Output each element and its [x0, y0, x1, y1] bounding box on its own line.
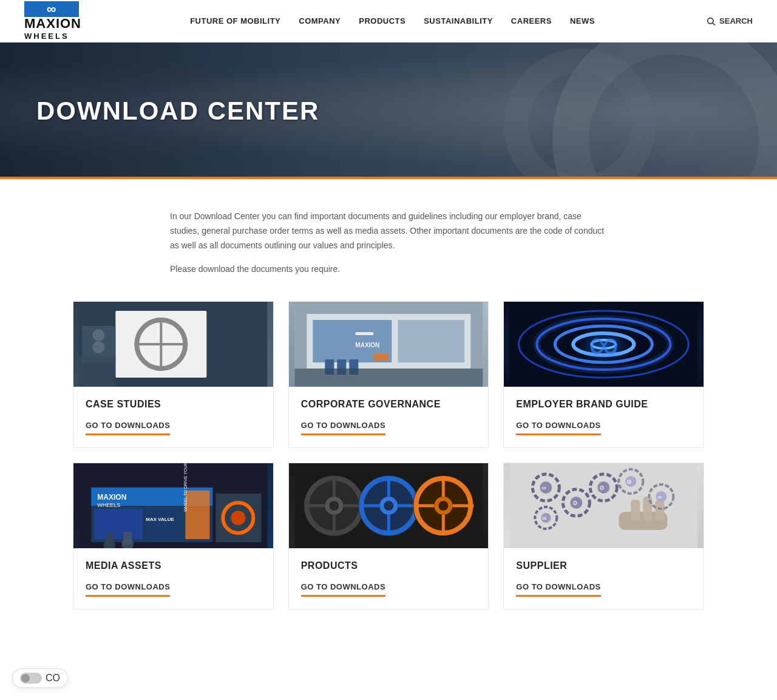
- card-case-studies[interactable]: CASE STUDIES GO TO DOWNLOADS: [73, 301, 274, 448]
- search-label: SEARCH: [719, 16, 753, 25]
- supplier-illustration: ∞ ⚙ ⚙ ✉ ⚙ ∞: [504, 463, 704, 548]
- svg-rect-35: [94, 509, 143, 539]
- svg-rect-15: [398, 320, 464, 362]
- card-image-employer: [504, 302, 704, 387]
- cards-grid: CASE STUDIES GO TO DOWNLOADS MAXI: [73, 301, 704, 610]
- card-title-products: PRODUCTS: [301, 560, 477, 571]
- employer-illustration: [504, 302, 704, 387]
- card-products[interactable]: PRODUCTS GO TO DOWNLOADS: [288, 463, 489, 610]
- svg-line-1: [713, 23, 715, 25]
- card-link-employer[interactable]: GO TO DOWNLOADS: [516, 421, 600, 435]
- card-title-corporate: CORPORATE GOVERNANCE: [301, 399, 477, 410]
- intro-paragraph-1: In our Download Center you can find impo…: [170, 209, 607, 253]
- nav-future-of-mobility[interactable]: FUTURE OF MOBILITY: [190, 14, 280, 28]
- svg-text:⚙: ⚙: [627, 478, 633, 485]
- logo[interactable]: ∞ MAXION WHEELS: [24, 4, 79, 38]
- svg-point-9: [92, 341, 104, 353]
- page-title: DOWNLOAD CENTER: [0, 97, 319, 126]
- svg-rect-22: [373, 353, 388, 361]
- corporate-illustration: MAXION: [289, 302, 489, 387]
- card-title-media: MEDIA ASSETS: [86, 560, 261, 571]
- nav-sustainability[interactable]: SUSTAINABILITY: [424, 14, 493, 28]
- main-nav: FUTURE OF MOBILITY COMPANY PRODUCTS SUST…: [190, 14, 595, 28]
- card-content-case-studies: CASE STUDIES GO TO DOWNLOADS: [73, 387, 273, 447]
- logo-name: MAXION: [24, 17, 81, 30]
- intro-paragraph-2: Please download the documents you requir…: [170, 262, 607, 277]
- card-link-corporate[interactable]: GO TO DOWNLOADS: [301, 421, 385, 435]
- card-content-products: PRODUCTS GO TO DOWNLOADS: [289, 548, 489, 609]
- intro-section: In our Download Center you can find impo…: [158, 209, 619, 277]
- svg-point-51: [329, 501, 339, 511]
- card-corporate-governance[interactable]: MAXION CORPORATE GOVERNANCE GO TO DOWNLO…: [288, 301, 489, 448]
- svg-text:⚙: ⚙: [573, 500, 579, 506]
- card-link-case-studies[interactable]: GO TO DOWNLOADS: [86, 421, 170, 435]
- card-link-media[interactable]: GO TO DOWNLOADS: [86, 582, 170, 597]
- card-content-employer: EMPLOYER BRAND GUIDE GO TO DOWNLOADS: [504, 387, 704, 447]
- card-employer-brand[interactable]: EMPLOYER BRAND GUIDE GO TO DOWNLOADS: [503, 301, 704, 448]
- nav-company[interactable]: COMPANY: [299, 14, 341, 28]
- card-title-supplier: SUPPLIER: [516, 560, 691, 571]
- card-image-supplier: ∞ ⚙ ⚙ ✉ ⚙ ∞: [504, 463, 704, 548]
- svg-text:MAX VALUE: MAX VALUE: [146, 517, 174, 522]
- case-studies-illustration: [73, 302, 273, 387]
- cards-section: CASE STUDIES GO TO DOWNLOADS MAXI: [61, 301, 716, 610]
- infinity-icon: ∞: [47, 1, 57, 17]
- svg-text:∞: ∞: [542, 484, 547, 491]
- card-image-products: [289, 463, 489, 548]
- svg-text:MAXION: MAXION: [355, 342, 379, 348]
- svg-rect-41: [105, 533, 114, 546]
- card-image-media: MAXION WHEELS WHEEL TO DRIVE YOUR BUSINE…: [73, 463, 273, 548]
- svg-rect-37: [185, 491, 209, 539]
- svg-point-59: [384, 501, 393, 511]
- svg-text:⚙: ⚙: [600, 484, 605, 491]
- card-image-case-studies: [73, 302, 273, 387]
- svg-rect-19: [294, 369, 483, 387]
- svg-rect-74: [631, 500, 640, 521]
- card-title-case-studies: CASE STUDIES: [86, 399, 261, 410]
- svg-rect-20: [355, 332, 373, 335]
- svg-rect-36: [146, 509, 182, 539]
- card-link-supplier[interactable]: GO TO DOWNLOADS: [516, 582, 600, 597]
- nav-careers[interactable]: CAREERS: [511, 14, 552, 28]
- svg-point-0: [708, 18, 713, 23]
- card-image-corporate: MAXION: [289, 302, 489, 387]
- svg-rect-43: [123, 532, 132, 545]
- hero-accent-bar: [0, 177, 777, 179]
- products-illustration: [289, 463, 489, 548]
- logo-box: ∞ MAXION WHEELS: [24, 4, 79, 38]
- logo-infinity: ∞: [24, 1, 79, 17]
- card-content-supplier: SUPPLIER GO TO DOWNLOADS: [504, 548, 704, 609]
- search-icon: [706, 16, 716, 26]
- logo-subtitle: WHEELS: [24, 32, 81, 41]
- card-supplier[interactable]: ∞ ⚙ ⚙ ✉ ⚙ ∞: [503, 463, 704, 610]
- card-content-media: MEDIA ASSETS GO TO DOWNLOADS: [73, 548, 273, 609]
- card-link-products[interactable]: GO TO DOWNLOADS: [301, 582, 385, 597]
- svg-text:WHEELS: WHEELS: [97, 502, 120, 508]
- svg-point-46: [231, 511, 245, 525]
- svg-text:✉: ✉: [543, 515, 548, 522]
- nav-products[interactable]: PRODUCTS: [359, 14, 405, 28]
- svg-point-28: [592, 340, 616, 348]
- card-media-assets[interactable]: MAXION WHEELS WHEEL TO DRIVE YOUR BUSINE…: [73, 463, 274, 610]
- search-button[interactable]: SEARCH: [706, 16, 753, 26]
- svg-point-67: [438, 501, 448, 511]
- svg-rect-10: [79, 356, 115, 387]
- hero-section: DOWNLOAD CENTER: [0, 42, 777, 179]
- card-title-employer: EMPLOYER BRAND GUIDE: [516, 399, 691, 410]
- svg-text:MAXION: MAXION: [97, 493, 126, 501]
- card-content-corporate: CORPORATE GOVERNANCE GO TO DOWNLOADS: [289, 387, 489, 447]
- svg-point-8: [92, 329, 104, 341]
- svg-text:∞: ∞: [658, 494, 662, 500]
- nav-news[interactable]: NEWS: [570, 14, 595, 28]
- media-illustration: MAXION WHEELS WHEEL TO DRIVE YOUR BUSINE…: [73, 463, 273, 548]
- svg-rect-76: [656, 500, 665, 521]
- svg-text:WHEEL TO DRIVE YOUR BUSINESS: WHEEL TO DRIVE YOUR BUSINESS: [183, 463, 188, 512]
- header: ∞ MAXION WHEELS FUTURE OF MOBILITY COMPA…: [0, 0, 777, 42]
